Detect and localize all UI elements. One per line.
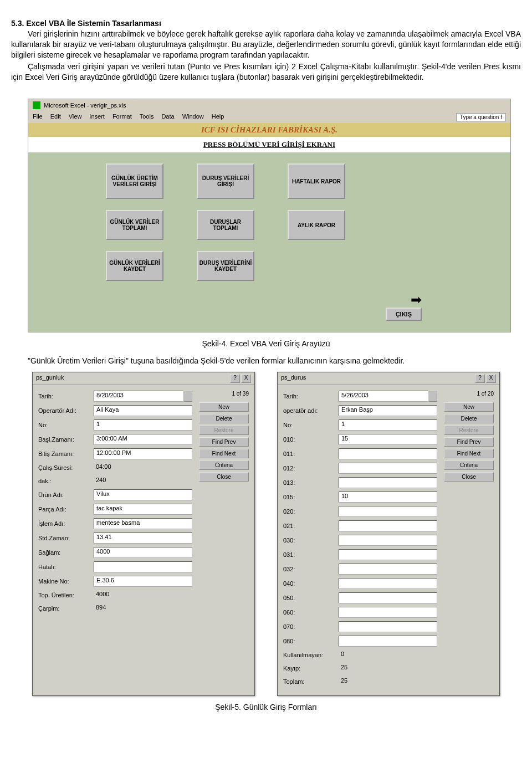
btn-delete[interactable]: Delete <box>444 414 494 423</box>
form-input[interactable]: Vilux <box>94 489 192 500</box>
form-input[interactable] <box>339 463 437 474</box>
dialog-title-left: ps_gunluk <box>36 374 64 383</box>
close-icon[interactable]: X <box>486 374 496 383</box>
menu-tools[interactable]: Tools <box>140 113 154 121</box>
btn-haftalik-rapor[interactable]: HAFTALIK RAPOR <box>288 163 345 199</box>
btn-find-prev[interactable]: Find Prev <box>199 437 249 447</box>
form-input[interactable] <box>339 535 437 546</box>
form-input[interactable]: 10 <box>339 492 437 503</box>
form-input[interactable]: mentese basma <box>94 518 192 529</box>
help-search-box[interactable]: Type a question f <box>456 113 506 121</box>
form-label: No: <box>38 422 94 428</box>
btn-find-next[interactable]: Find Next <box>444 449 494 458</box>
menu-insert[interactable]: Insert <box>89 113 105 121</box>
btn-gunluk-toplam[interactable]: GÜNLÜK VERİLER TOPLAMI <box>106 210 163 240</box>
excel-titlebar: Microsoft Excel - verigir_ps.xls <box>28 99 510 111</box>
menu-help[interactable]: Help <box>212 113 224 121</box>
btn-cikis[interactable]: ÇIKIŞ <box>386 308 422 321</box>
menu-data[interactable]: Data <box>161 113 174 121</box>
form-label: 021: <box>283 523 339 529</box>
form-input[interactable]: 1 <box>339 419 437 431</box>
btn-durus-giris[interactable]: DURUŞ VERİLERİ GİRİŞİ <box>197 163 254 199</box>
form-label: Std.Zaman: <box>38 535 94 541</box>
form-input[interactable] <box>339 607 437 618</box>
btn-delete[interactable]: Delete <box>199 414 249 423</box>
btn-gunluk-kaydet[interactable]: GÜNLÜK VERİLERİ KAYDET <box>106 251 163 281</box>
btn-durus-kaydet[interactable]: DURUŞ VERİLERİNİ KAYDET <box>197 251 254 281</box>
form-input[interactable] <box>339 578 437 589</box>
form-input[interactable]: 15 <box>339 434 437 445</box>
form-row: 011: <box>283 448 437 459</box>
form-row: dak.:240 <box>38 476 192 486</box>
form-label: 020: <box>283 508 339 515</box>
menu-window[interactable]: Window <box>182 113 204 121</box>
close-icon[interactable]: X <box>241 374 251 383</box>
form-row: 020: <box>283 506 437 517</box>
form-input[interactable]: 12:00:00 PM <box>94 448 192 459</box>
form-label: İşlem Adı: <box>38 520 94 527</box>
btn-duruslar-toplam[interactable]: DURUŞLAR TOPLAMI <box>197 210 254 240</box>
dialog-ps-gunluk: ps_gunluk ? X Tarih:8/20/2003Operartör A… <box>32 372 255 696</box>
form-input[interactable] <box>339 592 437 603</box>
form-input[interactable]: 3:00:00 AM <box>94 434 192 445</box>
menu-view[interactable]: View <box>69 113 82 121</box>
spinner-icon[interactable] <box>428 391 437 402</box>
form-label: 032: <box>283 566 339 572</box>
form-input[interactable]: 5/26/2003 <box>339 391 428 402</box>
forms-row: ps_gunluk ? X Tarih:8/20/2003Operartör A… <box>11 372 521 696</box>
form-label: 010: <box>283 436 339 443</box>
form-input[interactable]: 13.41 <box>94 533 192 544</box>
form-input[interactable] <box>339 520 437 531</box>
btn-aylik-rapor[interactable]: AYLIK RAPOR <box>288 210 345 240</box>
menu-file[interactable]: File <box>33 113 43 121</box>
form-input[interactable]: E.30.6 <box>94 576 192 587</box>
form-row: Std.Zaman:13.41 <box>38 533 192 544</box>
btn-criteria[interactable]: Criteria <box>199 460 249 470</box>
menu-edit[interactable]: Edit <box>50 113 61 121</box>
form-label: Parça Adı: <box>38 506 94 513</box>
spinner-icon[interactable] <box>183 391 192 402</box>
menu-format[interactable]: Format <box>112 113 132 121</box>
btn-criteria[interactable]: Criteria <box>444 460 494 470</box>
form-row: Ürün Adı:Vilux <box>38 489 192 500</box>
btn-close[interactable]: Close <box>444 472 494 482</box>
form-input[interactable] <box>339 621 437 632</box>
btn-find-prev[interactable]: Find Prev <box>444 437 494 447</box>
form-input[interactable]: 1 <box>94 419 192 431</box>
form-input[interactable] <box>339 506 437 517</box>
form-input[interactable] <box>94 561 192 572</box>
form-row: Kullanılmayan:0 <box>283 650 437 660</box>
form-input[interactable]: 8/20/2003 <box>94 391 183 402</box>
form-label: Sağlam: <box>38 549 94 556</box>
form-label: operatör adı: <box>283 407 339 414</box>
form-input[interactable]: tac kapak <box>94 504 192 515</box>
form-row: operatör adı:Erkan Başp <box>283 405 437 416</box>
form-row: Çarpim:894 <box>38 603 192 613</box>
form-input: 0 <box>339 650 437 660</box>
form-label: 031: <box>283 551 339 558</box>
form-row: No:1 <box>38 419 192 431</box>
btn-close[interactable]: Close <box>199 472 249 482</box>
caption-sekil5: Şekil-5. Günlük Giriş Formları <box>11 703 521 711</box>
form-input[interactable] <box>339 477 437 488</box>
form-input[interactable]: Ali Kaya <box>94 405 192 416</box>
btn-find-next[interactable]: Find Next <box>199 449 249 458</box>
arrow-right-icon: ➡ <box>411 292 422 308</box>
form-input[interactable]: Erkan Başp <box>339 405 437 416</box>
form-input[interactable] <box>339 448 437 459</box>
help-icon[interactable]: ? <box>475 374 485 383</box>
btn-new[interactable]: New <box>444 402 494 412</box>
btn-new[interactable]: New <box>199 402 249 412</box>
form-input: 25 <box>339 677 437 687</box>
form-input[interactable] <box>339 636 437 647</box>
btn-gunluk-uretim-giris[interactable]: GÜNLÜK ÜRETİM VERİLERİ GİRİŞİ <box>106 163 163 199</box>
form-input[interactable]: 4000 <box>94 547 192 558</box>
help-icon[interactable]: ? <box>230 374 240 383</box>
form-label: Kayıp: <box>283 665 339 672</box>
section-title: 5.3. Excel VBA İle Sistemin Tasarlanması <box>11 19 521 28</box>
record-counter-left: 1 of 39 <box>199 391 249 397</box>
form-row: Toplam:25 <box>283 677 437 687</box>
form-input[interactable] <box>339 549 437 560</box>
form-label: No: <box>283 422 339 428</box>
form-input[interactable] <box>339 564 437 575</box>
